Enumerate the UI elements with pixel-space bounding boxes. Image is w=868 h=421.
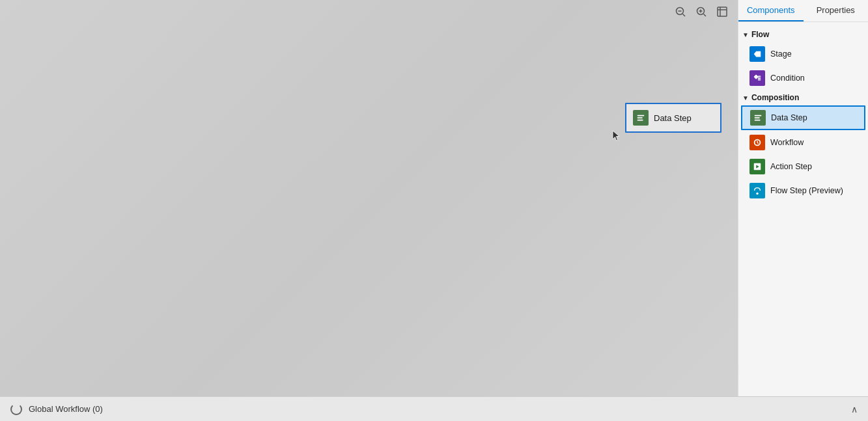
svg-rect-17	[758, 79, 761, 81]
svg-point-26	[756, 193, 759, 195]
component-item-condition[interactable]: Condition	[741, 66, 865, 90]
svg-rect-19	[755, 117, 760, 118]
status-bar-expand-icon[interactable]: ∧	[851, 404, 858, 414]
canvas-toolbar	[671, 3, 731, 21]
panel-content: ▼ Flow Stage Condition	[738, 22, 868, 421]
component-item-workflow[interactable]: Workflow	[741, 131, 865, 154]
right-panel: Components Properties ▼ Flow Stage	[738, 0, 868, 421]
action-step-label: Action Step	[770, 162, 812, 172]
tab-properties[interactable]: Properties	[804, 0, 869, 21]
action-step-icon	[749, 159, 765, 174]
svg-line-1	[683, 14, 686, 17]
svg-rect-10	[637, 115, 645, 116]
zoom-out-icon[interactable]	[671, 3, 690, 21]
flow-section-label: Flow	[751, 30, 769, 39]
status-bar-label: Global Workflow (0)	[29, 404, 103, 414]
composition-section-arrow: ▼	[742, 94, 749, 102]
svg-rect-20	[755, 120, 761, 121]
component-item-stage[interactable]: Stage	[741, 42, 865, 66]
tab-components[interactable]: Components	[738, 0, 804, 21]
panel-tabs: Components Properties	[738, 0, 868, 22]
svg-rect-16	[758, 77, 761, 79]
status-bar: Global Workflow (0) ∧	[0, 396, 868, 421]
section-composition[interactable]: ▼ Composition	[738, 90, 868, 105]
svg-rect-12	[637, 120, 643, 121]
svg-rect-14	[753, 74, 758, 79]
flow-section-arrow: ▼	[742, 31, 749, 38]
svg-line-4	[704, 14, 707, 17]
composition-section-label: Composition	[751, 93, 799, 102]
stage-label: Stage	[770, 49, 792, 59]
condition-label: Condition	[770, 74, 805, 83]
canvas-node-label: Data Step	[654, 113, 692, 123]
component-item-data-step[interactable]: Data Step	[741, 105, 865, 130]
flow-step-label: Flow Step (Preview)	[770, 186, 843, 196]
svg-line-23	[757, 143, 759, 144]
section-flow[interactable]: ▼ Flow	[738, 27, 868, 42]
canvas-node-icon	[633, 110, 649, 126]
canvas-data-step-node[interactable]: Data Step	[625, 103, 721, 133]
svg-rect-7	[718, 7, 727, 16]
data-step-label: Data Step	[771, 113, 807, 123]
canvas-area[interactable]	[0, 0, 738, 421]
zoom-in-icon[interactable]	[692, 3, 710, 21]
fit-to-screen-icon[interactable]	[713, 3, 731, 21]
svg-rect-11	[637, 117, 643, 118]
flow-step-icon	[749, 183, 765, 198]
svg-rect-18	[755, 115, 762, 116]
status-bar-loading-icon	[10, 403, 22, 415]
data-step-icon	[750, 110, 766, 126]
svg-marker-13	[754, 51, 761, 57]
workflow-label: Workflow	[770, 138, 804, 148]
svg-rect-15	[758, 76, 761, 77]
component-item-flow-step[interactable]: Flow Step (Preview)	[741, 179, 865, 202]
stage-icon	[749, 46, 765, 62]
workflow-icon	[749, 135, 765, 150]
condition-icon	[749, 70, 765, 86]
component-item-action-step[interactable]: Action Step	[741, 155, 865, 178]
